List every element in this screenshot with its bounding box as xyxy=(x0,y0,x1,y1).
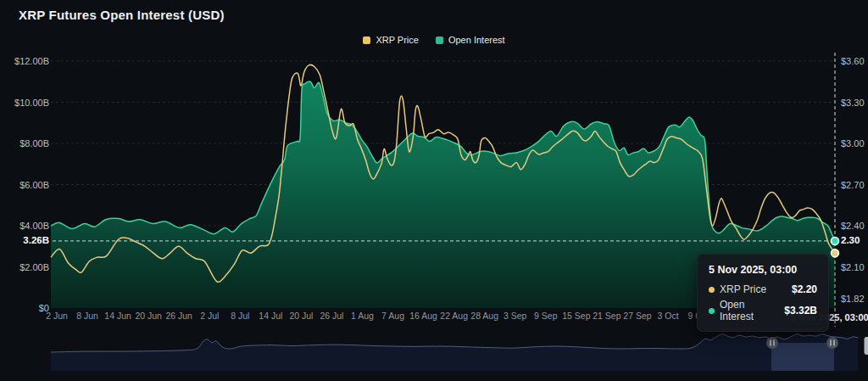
y-axis-label-right: $2.70 xyxy=(841,180,865,190)
legend: XRP PriceOpen Interest xyxy=(0,35,868,45)
x-axis-label: 3 Sep xyxy=(504,311,526,321)
x-axis-label: 3 Oct xyxy=(657,311,678,321)
open-interest-marker-dot xyxy=(832,237,839,244)
tooltip-series-dot-icon xyxy=(709,308,715,314)
y-axis-label-left: $10.00B xyxy=(5,98,49,108)
chart-container: XRP Futures Open Interest (USD) XRP Pric… xyxy=(0,0,868,381)
x-axis-label: 22 Aug xyxy=(440,311,468,321)
x-axis-label: 20 Jul xyxy=(289,311,313,321)
x-axis-label: 8 Jun xyxy=(76,311,98,321)
tooltip: 5 Nov 2025, 03:00 XRP Price$2.20Open Int… xyxy=(697,254,829,332)
tooltip-row: XRP Price$2.20 xyxy=(709,283,817,295)
open-interest-swatch-icon xyxy=(436,36,443,44)
y-axis-label-left: $8.00B xyxy=(5,138,49,148)
y-axis-label-right: $2.10 xyxy=(841,262,865,272)
legend-label: XRP Price xyxy=(376,35,419,45)
x-axis-label: 2 Jul xyxy=(200,311,219,321)
navigator-handle-right[interactable] xyxy=(826,337,838,349)
y-axis-label-right: $3.60 xyxy=(841,56,865,66)
tooltip-title: 5 Nov 2025, 03:00 xyxy=(709,264,817,276)
tooltip-row: Open Interest$3.32B xyxy=(709,299,817,322)
y-axis-label-right: $2.40 xyxy=(841,221,865,231)
x-axis-label: 2 Jun xyxy=(46,311,68,321)
navigator[interactable] xyxy=(51,334,868,371)
x-axis-label: 9 Sep xyxy=(534,311,557,321)
crosshair-price-value-label: 2.30 xyxy=(841,235,860,245)
x-axis-label: 26 Jul xyxy=(320,311,343,321)
y-axis-label-left: $4.00B xyxy=(5,221,49,231)
page-title: XRP Futures Open Interest (USD) xyxy=(19,8,225,22)
legend-item-xrp-price[interactable]: XRP Price xyxy=(363,35,419,45)
navigator-brush[interactable] xyxy=(771,343,834,371)
x-axis-label: 1 Aug xyxy=(351,311,374,321)
legend-label: Open Interest xyxy=(448,35,505,45)
y-axis-label-right: $1.82 xyxy=(841,294,865,304)
xrp-price-swatch-icon xyxy=(363,36,370,44)
navigator-area xyxy=(51,334,858,371)
y-axis-label-right: $3.30 xyxy=(841,98,865,108)
x-axis-label: 7 Aug xyxy=(381,311,404,321)
y-axis-label-left: $6.00B xyxy=(5,180,49,190)
xrp-price-marker-dot xyxy=(832,249,839,257)
x-axis-label: 8 Jul xyxy=(231,311,249,321)
navigator-handle-left[interactable] xyxy=(766,337,778,349)
x-axis-label: 14 Jul xyxy=(259,311,282,321)
x-axis-label: 21 Sep xyxy=(593,311,620,321)
tooltip-series-value: $2.20 xyxy=(792,283,817,295)
x-axis-label: 26 Jun xyxy=(165,311,192,321)
y-axis-label-left: $2.00B xyxy=(5,262,49,272)
crosshair-oi-value-label: 3.26B xyxy=(5,235,49,245)
legend-item-open-interest[interactable]: Open Interest xyxy=(436,35,505,45)
scroll-handle[interactable] xyxy=(865,337,868,355)
x-axis-label: 27 Sep xyxy=(623,311,651,321)
tooltip-series-label: Open Interest xyxy=(720,299,779,322)
x-axis-label: 28 Aug xyxy=(470,311,498,321)
x-axis-label: 14 Jun xyxy=(104,311,131,321)
tooltip-series-value: $3.32B xyxy=(784,305,817,317)
x-axis-label: 16 Aug xyxy=(409,311,437,321)
x-axis-label: 20 Jun xyxy=(135,311,162,321)
y-axis-label-left: $0 xyxy=(5,303,49,313)
tooltip-series-dot-icon xyxy=(709,287,715,293)
y-axis-label-right: $3.00 xyxy=(841,138,865,148)
y-axis-label-left: $12.00B xyxy=(5,56,49,66)
tooltip-series-label: XRP Price xyxy=(720,283,766,295)
x-axis-label: 15 Sep xyxy=(562,311,590,321)
